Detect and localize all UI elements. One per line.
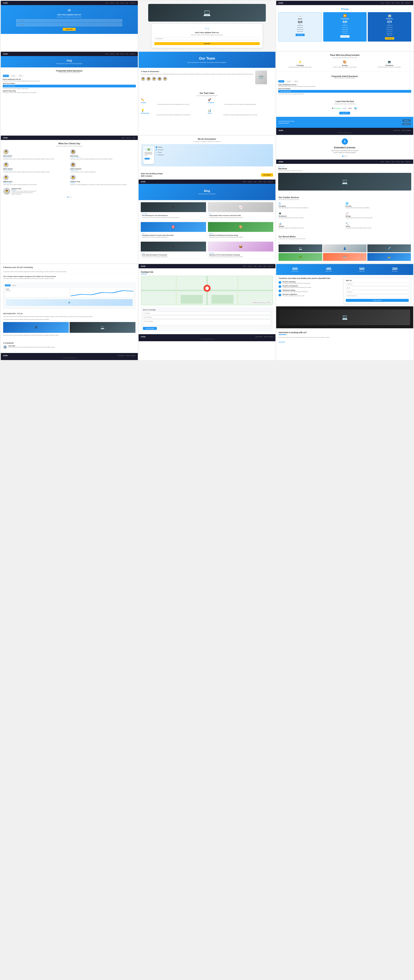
nav-services-3[interactable]: Services bbox=[385, 2, 390, 3]
lic-dot-1[interactable] bbox=[342, 156, 344, 157]
faq-tab-billing[interactable]: Billing bbox=[293, 80, 299, 83]
make-building-button[interactable]: Get Started bbox=[261, 173, 273, 177]
nav-pricing-3[interactable]: Pricing bbox=[396, 2, 400, 3]
interested-link[interactable]: Get in touch bbox=[279, 341, 285, 342]
nav-team-b[interactable]: Team bbox=[254, 181, 257, 182]
signup-password-input[interactable] bbox=[346, 290, 409, 293]
contact-email-input[interactable] bbox=[143, 315, 271, 319]
works-next[interactable]: › bbox=[410, 241, 411, 243]
work-2[interactable]: 👗 bbox=[323, 244, 366, 252]
nav-blog-b[interactable]: Blog bbox=[263, 181, 266, 182]
faq-q1[interactable]: Explore Multipurpose Site File bbox=[3, 79, 136, 80]
nav-contact-b[interactable]: Contact Us bbox=[268, 181, 273, 182]
nav-services-faq[interactable]: Services bbox=[110, 53, 115, 54]
nav-team[interactable]: Team bbox=[116, 2, 119, 3]
nav-team-3[interactable]: Team bbox=[392, 2, 394, 3]
footer-privacy-left[interactable]: Privacy Policy bbox=[118, 355, 124, 356]
signup-submit-button[interactable]: Create Account bbox=[346, 299, 409, 302]
apple-store-button[interactable]: App Store bbox=[402, 119, 411, 122]
contact-submit-button[interactable]: Send Message bbox=[143, 327, 157, 330]
nav-team-faq[interactable]: Team bbox=[116, 53, 119, 54]
nav-contact-ct[interactable]: Contact Us bbox=[268, 266, 273, 267]
logo-clients[interactable]: Insite bbox=[3, 137, 8, 139]
blog-post-title-2[interactable]: Using Google Trends To Increase Trade Sh… bbox=[209, 215, 272, 216]
nav-pricing-b[interactable]: Pricing bbox=[258, 181, 262, 182]
blog-post-title-3[interactable]: Using Banner Backlit To Increase Trade S… bbox=[142, 235, 205, 236]
nav-pricing-sv[interactable]: Pricing bbox=[396, 161, 400, 162]
blog-post-title-6[interactable]: Importance Of The Custom Illustration In… bbox=[209, 254, 272, 256]
lic-dot-3[interactable] bbox=[346, 156, 347, 157]
subscribe-email-input[interactable] bbox=[16, 23, 122, 26]
faq-cat-support[interactable]: Support bbox=[10, 75, 17, 77]
signup-name-input[interactable] bbox=[346, 282, 409, 286]
work-3[interactable]: ✈️ bbox=[367, 244, 411, 252]
popup-subscribe-button[interactable]: Subscribe bbox=[154, 42, 260, 45]
ent-button[interactable]: Get Started bbox=[385, 37, 394, 40]
pro-button[interactable]: Get Started bbox=[340, 35, 350, 38]
nav-services-c[interactable]: Services bbox=[126, 137, 131, 138]
signup-confirm-input[interactable] bbox=[346, 294, 409, 298]
logo-services[interactable]: Insite bbox=[279, 161, 283, 163]
faq-cat-billing[interactable]: Billing bbox=[18, 75, 24, 77]
nav-services[interactable]: Services bbox=[110, 2, 115, 3]
footer-terms-left[interactable]: Terms & Conditions bbox=[126, 355, 135, 356]
dot-2[interactable] bbox=[69, 197, 70, 197]
signup-email-input[interactable] bbox=[346, 286, 409, 290]
faq-tab-general[interactable]: General bbox=[278, 80, 284, 83]
lic-dot-2[interactable] bbox=[344, 156, 346, 157]
learn-button[interactable]: Learn More bbox=[339, 112, 350, 115]
blog-post-title-5[interactable]: Home Audio Recording For Professionals bbox=[142, 254, 205, 256]
nav-contact-3[interactable]: Contact Us bbox=[405, 2, 411, 3]
nav-team-sv[interactable]: Team bbox=[392, 161, 394, 162]
phone-btn[interactable]: Confirm bbox=[145, 158, 150, 159]
nav-blog-sv[interactable]: Blog bbox=[401, 161, 403, 162]
dash-tab-1[interactable]: Overview bbox=[5, 285, 11, 286]
work-6[interactable]: 🚁 bbox=[367, 253, 411, 261]
nav-pricing-faq[interactable]: Pricing bbox=[121, 53, 124, 54]
google-play-button[interactable]: Google Play bbox=[402, 123, 411, 126]
nav-contact-faq[interactable]: Contact Us bbox=[130, 53, 135, 54]
nav-contact-sv[interactable]: Contact Us bbox=[405, 161, 411, 162]
nav-about[interactable]: About bbox=[105, 2, 108, 3]
logo-3[interactable]: Insite bbox=[279, 2, 283, 4]
subscribe-button[interactable]: Subscribe bbox=[63, 28, 76, 31]
faq-tab-support[interactable]: Support bbox=[286, 80, 292, 83]
logo-1[interactable]: Insite bbox=[3, 2, 8, 4]
nav-blog-faq[interactable]: Blog bbox=[126, 53, 128, 54]
nav-about-3[interactable]: About bbox=[381, 2, 384, 3]
footer-terms-3[interactable]: Terms & Conditions bbox=[401, 130, 411, 131]
nav-team-ct[interactable]: Team bbox=[254, 266, 257, 267]
nav-blog-ct[interactable]: Blog bbox=[263, 266, 266, 267]
nav-contact[interactable]: Contact Us bbox=[130, 2, 135, 3]
nav-about-faq[interactable]: About bbox=[105, 53, 108, 54]
blog-post-title-1[interactable]: Free Advertising For Your Online Busines… bbox=[142, 215, 205, 216]
nav-services-b[interactable]: Services bbox=[248, 181, 252, 182]
faq-cat-general[interactable]: General bbox=[3, 75, 9, 77]
nav-services-ct[interactable]: Services bbox=[248, 266, 252, 267]
nav-blog[interactable]: Blog bbox=[126, 2, 128, 3]
nav-blog-3[interactable]: Blog bbox=[401, 2, 403, 3]
footer-terms-mid[interactable]: Terms & Conditions bbox=[264, 336, 273, 337]
blog-post-title-4[interactable]: Illustration In Marketing Communication … bbox=[209, 235, 272, 236]
logo-faq[interactable]: Insite bbox=[3, 53, 8, 55]
phone-link[interactable]: dismiss bbox=[145, 160, 153, 161]
nav-about-sv[interactable]: About bbox=[381, 161, 384, 162]
faq-portfolio-btn[interactable]: Start Publishing Blog bbox=[3, 85, 136, 88]
dot-3[interactable] bbox=[70, 197, 72, 197]
nav-pricing[interactable]: Pricing bbox=[121, 2, 124, 3]
contact-name-input[interactable] bbox=[143, 312, 271, 315]
nav-pricing-ct[interactable]: Pricing bbox=[258, 266, 262, 267]
logo-contact[interactable]: Insite bbox=[141, 265, 146, 267]
dash-tab-2[interactable]: Analytics bbox=[11, 285, 17, 286]
work-1[interactable]: 💻 bbox=[279, 244, 322, 252]
works-prev[interactable]: ‹ bbox=[279, 241, 279, 243]
starter-button[interactable]: Get Started bbox=[296, 34, 305, 36]
nav-about-ct[interactable]: About bbox=[243, 266, 246, 267]
work-4[interactable]: 🌿 bbox=[279, 253, 322, 261]
nav-services-sv[interactable]: Services bbox=[385, 161, 390, 162]
nav-about-b[interactable]: About bbox=[243, 181, 246, 182]
footer-privacy-mid[interactable]: Privacy Policy bbox=[255, 336, 262, 337]
nav-about-c[interactable]: About bbox=[122, 137, 125, 138]
dot-1[interactable] bbox=[67, 197, 68, 197]
work-5[interactable]: 🥽 bbox=[323, 253, 366, 261]
